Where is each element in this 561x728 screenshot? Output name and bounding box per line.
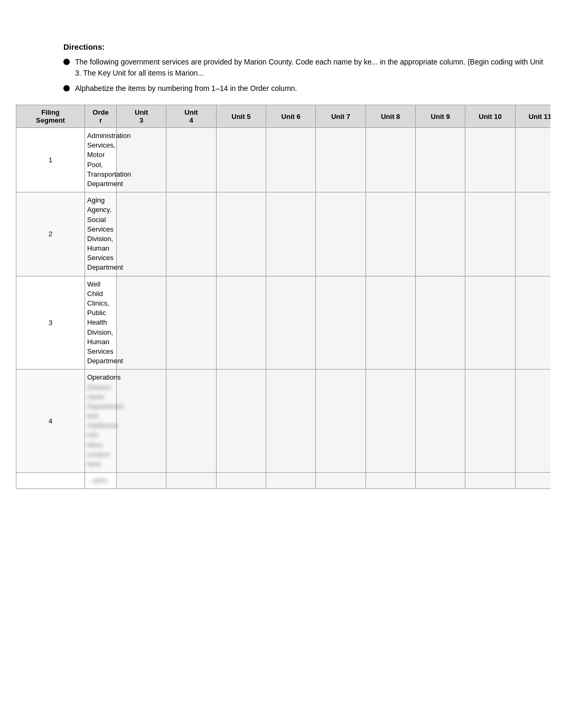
bullet-icon-2 [63, 85, 70, 91]
table-row: 4 Operations Division name Department te… [16, 370, 551, 473]
unit9-row3[interactable] [415, 276, 465, 370]
table-row: 3 Well Child Clinics, Public Health Divi… [16, 276, 551, 370]
row-num-2: 2 [16, 192, 85, 277]
header-unit10: Unit 10 [465, 105, 515, 128]
unit3-row5[interactable] [117, 473, 166, 489]
unit4-row3[interactable] [166, 276, 216, 370]
filing-segment-5: ...ation [85, 473, 117, 489]
direction-item-1: The following government services are pr… [63, 57, 550, 79]
unit6-row2[interactable] [266, 192, 315, 277]
header-unit7: Unit 7 [316, 105, 366, 128]
unit11-row2[interactable] [515, 192, 550, 277]
unit4-row5[interactable] [166, 473, 216, 489]
segment-blurred-3: Additional info [87, 421, 114, 440]
unit7-row1[interactable] [316, 128, 366, 192]
unit10-row3[interactable] [465, 276, 515, 370]
directions-section: Directions: The following government ser… [11, 42, 550, 94]
unit11-row4[interactable] [515, 370, 550, 473]
unit7-row4[interactable] [316, 370, 366, 473]
header-unit8: Unit 8 [366, 105, 415, 128]
bullet-icon-1 [63, 59, 70, 65]
table-wrapper: FilingSegment Order Unit3 Unit4 Unit 5 U… [16, 105, 550, 489]
segment-text-operations: Operations [87, 373, 114, 382]
page-container: Directions: The following government ser… [0, 0, 561, 510]
segment-blurred-1: Division name [87, 383, 114, 402]
header-order: Order [85, 105, 117, 128]
header-unit3: Unit3 [117, 105, 166, 128]
unit5-row4[interactable] [216, 370, 266, 473]
table-row: ...ation [16, 473, 551, 489]
table-row: 1 Administration Services, Motor Pool, T… [16, 128, 551, 192]
unit9-row4[interactable] [415, 370, 465, 473]
unit8-row4[interactable] [366, 370, 415, 473]
unit8-row3[interactable] [366, 276, 415, 370]
segment-blurred-4: More content here [87, 440, 114, 469]
directions-list: The following government services are pr… [63, 57, 550, 94]
unit6-row3[interactable] [266, 276, 315, 370]
unit8-row2[interactable] [366, 192, 415, 277]
header-unit11: Unit 11 [515, 105, 550, 128]
row-num-3: 3 [16, 276, 85, 370]
row-num-5 [16, 473, 85, 489]
unit3-row2[interactable] [117, 192, 166, 277]
filing-segment-3: Well Child Clinics, Public Health Divisi… [85, 276, 117, 370]
header-unit9: Unit 9 [415, 105, 465, 128]
unit5-row5[interactable] [216, 473, 266, 489]
unit5-row3[interactable] [216, 276, 266, 370]
unit6-row4[interactable] [266, 370, 315, 473]
unit7-row2[interactable] [316, 192, 366, 277]
unit6-row1[interactable] [266, 128, 315, 192]
header-unit4: Unit4 [166, 105, 216, 128]
direction-text-2: Alphabetize the items by numbering from … [75, 83, 297, 94]
filing-segment-1: Administration Services, Motor Pool, Tra… [85, 128, 117, 192]
unit9-row5[interactable] [415, 473, 465, 489]
unit10-row2[interactable] [465, 192, 515, 277]
table-row: 2 Aging Agency, Social Services Division… [16, 192, 551, 277]
unit10-row1[interactable] [465, 128, 515, 192]
unit3-row3[interactable] [117, 276, 166, 370]
filing-segment-2: Aging Agency, Social Services Division, … [85, 192, 117, 277]
row-num-1: 1 [16, 128, 85, 192]
unit7-row3[interactable] [316, 276, 366, 370]
directions-title: Directions: [63, 42, 550, 51]
unit8-row5[interactable] [366, 473, 415, 489]
unit8-row1[interactable] [366, 128, 415, 192]
unit9-row2[interactable] [415, 192, 465, 277]
row-num-4: 4 [16, 370, 85, 473]
unit10-row4[interactable] [465, 370, 515, 473]
unit6-row5[interactable] [266, 473, 315, 489]
segment-blurred-2: Department text [87, 402, 114, 421]
header-unit5: Unit 5 [216, 105, 266, 128]
unit3-row4[interactable] [117, 370, 166, 473]
unit11-row3[interactable] [515, 276, 550, 370]
direction-text-1: The following government services are pr… [75, 57, 550, 79]
table-header-row: FilingSegment Order Unit3 Unit4 Unit 5 U… [16, 105, 551, 128]
unit4-row1[interactable] [166, 128, 216, 192]
main-table: FilingSegment Order Unit3 Unit4 Unit 5 U… [16, 105, 550, 489]
segment-partial: ...ation [87, 476, 114, 485]
unit10-row5[interactable] [465, 473, 515, 489]
filing-segment-4: Operations Division name Department text… [85, 370, 117, 473]
unit5-row2[interactable] [216, 192, 266, 277]
header-filing-segment: FilingSegment [16, 105, 85, 128]
unit4-row2[interactable] [166, 192, 216, 277]
direction-item-2: Alphabetize the items by numbering from … [63, 83, 550, 94]
unit5-row1[interactable] [216, 128, 266, 192]
unit11-row1[interactable] [515, 128, 550, 192]
unit11-row5[interactable] [515, 473, 550, 489]
unit4-row4[interactable] [166, 370, 216, 473]
header-unit6: Unit 6 [266, 105, 315, 128]
unit9-row1[interactable] [415, 128, 465, 192]
unit7-row5[interactable] [316, 473, 366, 489]
